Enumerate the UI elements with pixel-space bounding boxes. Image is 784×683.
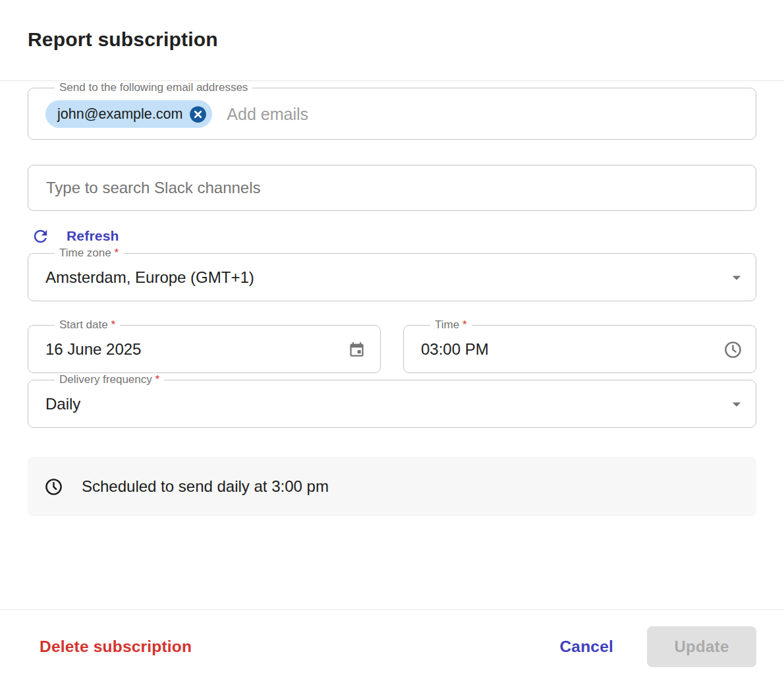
required-asterisk: * xyxy=(114,247,119,259)
timezone-dropdown-button[interactable] xyxy=(727,268,746,287)
slack-search-field[interactable] xyxy=(28,165,756,211)
calendar-icon xyxy=(348,341,366,359)
schedule-banner-text: Scheduled to send daily at 3:00 pm xyxy=(82,477,329,496)
open-calendar-button[interactable] xyxy=(348,341,366,359)
dialog-body: Send to the following email addresses jo… xyxy=(0,81,784,609)
delete-subscription-button[interactable]: Delete subscription xyxy=(40,638,192,656)
time-value: 03:00 PM xyxy=(421,340,713,359)
dialog-footer: Delete subscription Cancel Update xyxy=(0,609,784,683)
date-time-row: Start date * 16 June 2025 Time * 03:00 P… xyxy=(28,318,756,373)
close-icon xyxy=(189,105,207,123)
chevron-down-icon xyxy=(727,394,746,414)
start-date-field[interactable]: Start date * 16 June 2025 xyxy=(28,318,381,373)
timezone-label: Time zone * xyxy=(55,247,123,260)
report-subscription-dialog: Report subscription Send to the followin… xyxy=(0,0,784,683)
refresh-icon xyxy=(31,227,50,246)
page-title: Report subscription xyxy=(28,28,756,51)
refresh-label: Refresh xyxy=(67,228,119,244)
start-date-value: 16 June 2025 xyxy=(45,340,337,359)
email-chip-label: john@example.com xyxy=(57,106,182,123)
frequency-label: Delivery frequency * xyxy=(55,373,164,386)
start-date-label: Start date * xyxy=(55,318,120,332)
email-recipients-field[interactable]: Send to the following email addresses jo… xyxy=(28,81,756,140)
email-chip: john@example.com xyxy=(45,100,212,128)
timezone-select[interactable]: Time zone * Amsterdam, Europe (GMT+1) xyxy=(28,247,756,301)
time-field[interactable]: Time * 03:00 PM xyxy=(403,318,756,373)
required-asterisk: * xyxy=(155,373,160,386)
cancel-button[interactable]: Cancel xyxy=(559,638,613,656)
slack-search-input[interactable] xyxy=(46,179,738,197)
email-recipients-content: john@example.com xyxy=(45,94,746,139)
timezone-value: Amsterdam, Europe (GMT+1) xyxy=(45,268,716,287)
refresh-button[interactable]: Refresh xyxy=(28,227,119,246)
clock-icon xyxy=(44,477,63,496)
dialog-header: Report subscription xyxy=(0,0,784,81)
schedule-banner: Scheduled to send daily at 3:00 pm xyxy=(28,457,756,516)
clock-icon xyxy=(723,340,742,359)
chevron-down-icon xyxy=(727,268,746,287)
update-button[interactable]: Update xyxy=(647,626,756,667)
email-recipients-label: Send to the following email addresses xyxy=(55,81,252,94)
add-emails-input[interactable] xyxy=(227,105,746,124)
email-chip-remove-button[interactable] xyxy=(189,105,207,123)
open-time-picker-button[interactable] xyxy=(723,340,742,359)
refresh-row: Refresh xyxy=(28,225,756,247)
frequency-dropdown-button[interactable] xyxy=(727,394,746,414)
frequency-value: Daily xyxy=(45,395,716,413)
frequency-select[interactable]: Delivery frequency * Daily xyxy=(28,373,756,428)
time-label: Time * xyxy=(430,318,472,332)
required-asterisk: * xyxy=(462,318,467,331)
required-asterisk: * xyxy=(111,318,115,331)
